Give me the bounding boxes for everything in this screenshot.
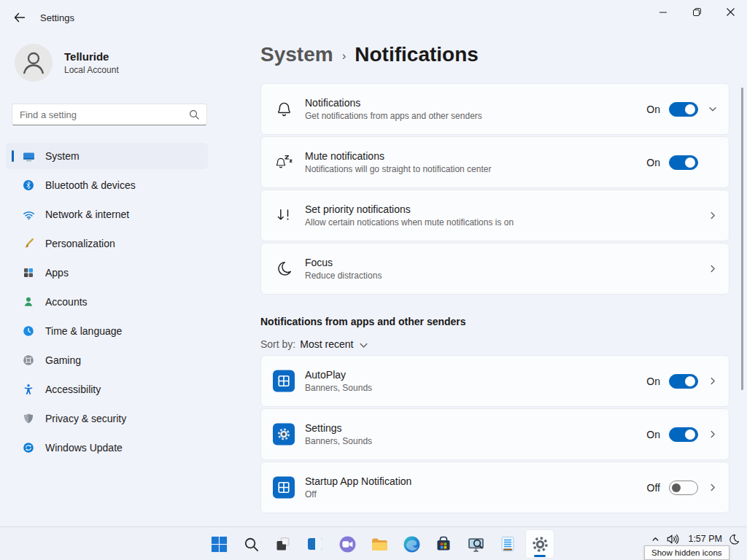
card-subtitle: Get notifications from apps and other se… bbox=[305, 111, 646, 121]
sidebar-item-label: Gaming bbox=[45, 354, 81, 366]
breadcrumb-parent[interactable]: System bbox=[260, 42, 333, 68]
sidebar-item-label: Accessibility bbox=[45, 384, 101, 395]
apps-icon bbox=[22, 266, 35, 279]
volume-button[interactable] bbox=[667, 534, 679, 545]
taskbar-tb-chat-button[interactable] bbox=[333, 529, 362, 559]
sidebar-item-label: Network & internet bbox=[45, 209, 129, 220]
sidebar-nav: System Bluetooth & devices Network & int… bbox=[6, 143, 208, 464]
sidebar-item-network-internet[interactable]: Network & internet bbox=[6, 201, 208, 228]
chevron-right-icon[interactable] bbox=[708, 376, 717, 386]
toggle-state-label: On bbox=[646, 429, 660, 440]
toggle-state-label: On bbox=[646, 376, 660, 387]
chevron-right-icon[interactable] bbox=[708, 211, 717, 220]
app-name: AutoPlay bbox=[305, 369, 646, 381]
taskbar-tb-edge-button[interactable] bbox=[397, 529, 426, 559]
app-card-autoplay[interactable]: AutoPlay Banners, Sounds On bbox=[260, 355, 729, 407]
card-mute-notifications[interactable]: Mute notifications Notifications will go… bbox=[260, 136, 729, 188]
taskbar-start-button[interactable] bbox=[204, 529, 233, 559]
app-name: Settings bbox=[305, 422, 646, 434]
app-card-startup-app-notification[interactable]: Startup App Notification Off Off bbox=[260, 462, 729, 513]
card-title: Focus bbox=[305, 257, 698, 268]
chevron-right-icon[interactable] bbox=[708, 483, 717, 492]
scrollbar[interactable] bbox=[741, 88, 743, 390]
app-card-settings[interactable]: Settings Banners, Sounds On bbox=[260, 408, 729, 460]
sidebar-item-label: Privacy & security bbox=[45, 413, 126, 424]
back-button[interactable] bbox=[9, 9, 29, 26]
toggle-switch[interactable] bbox=[669, 102, 698, 117]
tb-taskview-icon bbox=[306, 535, 324, 553]
bluetooth-icon bbox=[22, 179, 35, 192]
toggle-state-label: On bbox=[646, 157, 660, 168]
toggle-switch[interactable] bbox=[669, 481, 698, 495]
section-title: Notifications from apps and other sender… bbox=[260, 315, 729, 328]
search-input[interactable] bbox=[12, 109, 189, 120]
card-title: Notifications bbox=[305, 97, 646, 109]
priority-icon bbox=[273, 206, 295, 225]
sidebar-item-accessibility[interactable]: Accessibility bbox=[6, 376, 208, 402]
sidebar-item-label: Windows Update bbox=[45, 442, 123, 454]
user-account-type: Local Account bbox=[64, 65, 119, 75]
network-icon bbox=[22, 208, 35, 221]
taskbar-tb-settings-button[interactable] bbox=[525, 529, 554, 559]
sidebar-item-gaming[interactable]: Gaming bbox=[6, 347, 208, 373]
taskbar-tb-store-button[interactable] bbox=[429, 529, 458, 559]
chevron-down-icon[interactable] bbox=[708, 104, 717, 114]
taskbar-tb-stack-button[interactable] bbox=[268, 529, 298, 559]
breadcrumb: System › Notifications bbox=[260, 40, 729, 69]
settings-cards: Notifications Get notifications from app… bbox=[260, 83, 729, 295]
taskbar-tb-taskview-button[interactable] bbox=[301, 529, 330, 559]
toggle-switch[interactable] bbox=[669, 427, 698, 442]
sidebar-item-apps[interactable]: Apps bbox=[6, 260, 208, 286]
toggle-knob bbox=[685, 376, 695, 386]
toggle-knob bbox=[685, 104, 695, 114]
app-name: Startup App Notification bbox=[305, 475, 647, 487]
card-set-priority-notifications[interactable]: Set priority notifications Allow certain… bbox=[260, 190, 729, 241]
taskbar-tb-search-button[interactable] bbox=[236, 529, 266, 559]
tb-chat-icon bbox=[338, 535, 357, 553]
tb-search-icon bbox=[244, 537, 259, 552]
card-title: Set priority notifications bbox=[305, 203, 698, 215]
sidebar-item-windows-update[interactable]: Windows Update bbox=[6, 435, 208, 461]
card-subtitle: Notifications will go straight to notifi… bbox=[305, 164, 646, 174]
taskbar-tb-notepad-button[interactable] bbox=[493, 529, 522, 559]
accessibility-icon bbox=[22, 383, 35, 396]
breadcrumb-current: Notifications bbox=[355, 42, 479, 68]
show-hidden-icons-button[interactable] bbox=[651, 534, 660, 544]
sort-dropdown[interactable]: Sort by: Most recent bbox=[260, 338, 729, 351]
sidebar-item-personalization[interactable]: Personalization bbox=[6, 230, 208, 257]
focus-assist-icon[interactable] bbox=[729, 534, 740, 545]
sidebar-item-bluetooth-devices[interactable]: Bluetooth & devices bbox=[6, 172, 208, 198]
tb-explorer-icon bbox=[371, 535, 389, 553]
update-icon bbox=[22, 441, 35, 454]
main-content: System › Notifications Notifications Get… bbox=[260, 0, 729, 515]
taskbar-tb-explorer-button[interactable] bbox=[365, 529, 394, 559]
sidebar-item-label: Personalization bbox=[45, 238, 115, 249]
app-subtitle: Off bbox=[305, 489, 647, 499]
breadcrumb-separator-icon: › bbox=[342, 43, 347, 69]
sidebar-item-privacy-security[interactable]: Privacy & security bbox=[6, 405, 208, 432]
gaming-icon bbox=[22, 354, 35, 367]
bell-icon bbox=[273, 100, 295, 118]
toggle-state-label: On bbox=[646, 104, 660, 115]
sort-label: Sort by: bbox=[260, 338, 295, 350]
app-title: Settings bbox=[40, 12, 74, 23]
system-icon bbox=[22, 149, 35, 163]
sidebar-item-accounts[interactable]: Accounts bbox=[6, 289, 208, 315]
sidebar-item-time-language[interactable]: Time & language bbox=[6, 318, 208, 344]
chevron-right-icon[interactable] bbox=[708, 429, 717, 439]
toggle-knob bbox=[685, 158, 695, 168]
toggle-switch[interactable] bbox=[669, 374, 698, 389]
moon-icon bbox=[273, 260, 295, 278]
card-notifications[interactable]: Notifications Get notifications from app… bbox=[260, 83, 729, 135]
sidebar-item-label: Bluetooth & devices bbox=[45, 179, 136, 191]
sidebar-item-system[interactable]: System bbox=[6, 143, 208, 169]
card-focus[interactable]: Focus Reduce distractions bbox=[260, 243, 729, 295]
search-box bbox=[12, 104, 207, 125]
toggle-switch[interactable] bbox=[669, 155, 698, 170]
chevron-right-icon[interactable] bbox=[708, 264, 717, 273]
selected-indicator bbox=[12, 150, 14, 162]
sidebar-item-label: Time & language bbox=[45, 325, 122, 337]
clock[interactable]: 1:57 PM bbox=[688, 534, 722, 544]
taskbar-tb-monitor-search-button[interactable] bbox=[461, 529, 490, 559]
tb-store-icon bbox=[435, 535, 452, 553]
